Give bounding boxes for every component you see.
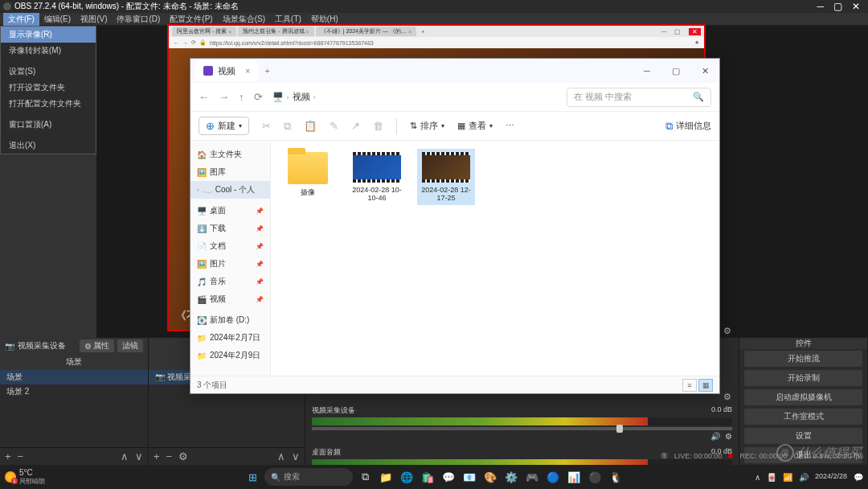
settings-button[interactable]: 设置 (744, 428, 862, 444)
properties-button[interactable]: ⚙属性 (80, 339, 114, 352)
add-source-button[interactable]: + (154, 450, 160, 462)
sort-button[interactable]: ⇅排序▾ (410, 120, 444, 132)
add-scene-button[interactable]: + (5, 450, 11, 462)
taskbar-app[interactable]: 🐧 (607, 468, 624, 486)
sidebar-item-folder[interactable]: 📁2024年2月7日 (190, 329, 270, 347)
dd-show-recordings[interactable]: 显示录像(R) (1, 27, 96, 43)
explorer-close-button[interactable]: ✕ (690, 59, 719, 83)
menu-profile[interactable]: 配置文件(P) (165, 13, 217, 26)
dd-settings[interactable]: 设置(S) (1, 64, 96, 80)
sidebar-item-documents[interactable]: 📄文档📌 (190, 237, 270, 255)
taskbar-clock[interactable]: 2024/2/28 (815, 473, 847, 481)
video-file-item[interactable]: 2024-02-28 10-10-46 (348, 149, 406, 205)
taskbar-search[interactable]: 🔍搜索 (264, 468, 353, 486)
speaker-icon[interactable]: 🔊 (710, 432, 720, 441)
scene-down-button[interactable]: ∨ (135, 450, 143, 462)
sidebar-item-videos[interactable]: 🎬视频📌 (190, 290, 270, 308)
back-button[interactable]: ← (199, 91, 209, 103)
forward-button[interactable]: → (219, 91, 229, 103)
gear-icon[interactable]: ⚙ (723, 392, 731, 402)
start-streaming-button[interactable]: 开始推流 (744, 351, 862, 367)
start-recording-button[interactable]: 开始录制 (744, 370, 862, 386)
explorer-content[interactable]: 摄像 2024-02-28 10-10-46 2024-02-28 12-17-… (271, 141, 719, 376)
taskbar-app-explorer[interactable]: 📁 (377, 468, 395, 486)
taskbar-app[interactable]: 📧 (461, 468, 478, 486)
explorer-titlebar[interactable]: 视频 × + ─ ▢ ✕ (190, 59, 719, 83)
sidebar-item-pictures[interactable]: 🖼️图片📌 (190, 255, 270, 273)
volume-slider[interactable] (312, 427, 732, 430)
notifications-button[interactable]: 💬 (854, 473, 863, 482)
maximize-button[interactable]: ▢ (833, 1, 842, 12)
explorer-minimize-button[interactable]: ─ (633, 59, 661, 83)
start-virtualcam-button[interactable]: 启动虚拟摄像机 (744, 389, 862, 405)
explorer-search-input[interactable]: 在 视频 中搜索 🔍 (567, 88, 711, 107)
close-button[interactable]: ✕ (852, 1, 860, 12)
taskbar-app[interactable]: 🎨 (481, 468, 499, 486)
system-tray[interactable]: ∧ 🀄 📶 🔊 2024/2/28 💬 (755, 473, 863, 482)
new-tab-button[interactable]: + (264, 66, 269, 76)
dd-remux[interactable]: 录像转封装(M) (1, 43, 96, 59)
copy-icon[interactable]: ⧉ (284, 120, 291, 133)
menu-view[interactable]: 视图(V) (76, 13, 112, 26)
details-pane-button[interactable]: ⧉详细信息 (665, 120, 711, 133)
tray-chevron-icon[interactable]: ∧ (755, 473, 760, 482)
sidebar-item-gallery[interactable]: 🖼️图库 (190, 163, 270, 181)
cut-icon[interactable]: ✂ (262, 120, 271, 132)
taskbar-app[interactable]: 📊 (565, 468, 583, 486)
gear-icon[interactable]: ⚙ (723, 326, 731, 336)
menu-dock[interactable]: 停靠窗口(D) (112, 13, 165, 26)
taskbar-app-obs[interactable]: ⚫ (586, 468, 604, 486)
taskbar-app-store[interactable]: 🛍️ (419, 468, 436, 486)
dd-open-profile-folder[interactable]: 打开配置文件文件夹 (1, 96, 96, 112)
up-button[interactable]: ↑ (239, 91, 244, 103)
menu-tools[interactable]: 工具(T) (270, 13, 306, 26)
explorer-tab[interactable]: 视频 × (195, 60, 258, 81)
paste-icon[interactable]: 📋 (304, 120, 317, 132)
minimize-button[interactable]: ─ (817, 1, 824, 12)
new-button[interactable]: ⊕新建▾ (199, 117, 249, 135)
tray-wifi-icon[interactable]: 📶 (783, 473, 792, 482)
source-up-button[interactable]: ∧ (277, 450, 285, 462)
task-view-button[interactable]: ⧉ (356, 468, 374, 486)
start-button[interactable]: ⊞ (244, 468, 261, 486)
sidebar-item-home[interactable]: 🏠主文件夹 (190, 146, 270, 163)
channel-settings-icon[interactable]: ⚙ (725, 432, 732, 441)
dd-open-settings-folder[interactable]: 打开设置文件夹 (1, 80, 96, 96)
delete-icon[interactable]: 🗑 (373, 120, 383, 132)
remove-source-button[interactable]: − (166, 450, 173, 462)
video-file-item[interactable]: 2024-02-28 12-17-25 (417, 149, 475, 205)
share-icon[interactable]: ↗ (351, 120, 360, 132)
dd-always-on-top[interactable]: 窗口置顶(A) (1, 117, 96, 133)
scene-up-button[interactable]: ∧ (121, 450, 129, 462)
taskbar-app[interactable]: 🔵 (544, 468, 562, 486)
tray-volume-icon[interactable]: 🔊 (799, 473, 809, 482)
view-grid-button[interactable]: ▦ (698, 379, 713, 392)
rename-icon[interactable]: ✎ (330, 120, 338, 132)
menu-scenecol[interactable]: 场景集合(S) (218, 13, 270, 26)
taskbar-app[interactable]: 💬 (440, 468, 457, 486)
tab-close-button[interactable]: × (245, 66, 250, 76)
sidebar-item-music[interactable]: 🎵音乐📌 (190, 273, 270, 290)
menu-edit[interactable]: 编辑(E) (39, 13, 76, 26)
remove-scene-button[interactable]: − (18, 450, 24, 462)
scene-item[interactable]: 场景 (0, 370, 148, 384)
taskbar-weather[interactable]: 1 5°C 局部晴朗 (5, 468, 45, 486)
refresh-button[interactable]: ⟳ (254, 91, 263, 103)
source-down-button[interactable]: ∨ (292, 450, 300, 462)
source-settings-button[interactable]: ⚙ (178, 450, 188, 462)
filters-button[interactable]: 滤镜 (117, 339, 143, 352)
tray-lang-icon[interactable]: 🀄 (767, 473, 776, 482)
menu-file[interactable]: 文件(F) (3, 13, 39, 26)
sidebar-item-onedrive[interactable]: ›☁️Cool - 个人 (190, 181, 270, 199)
taskbar-app-edge[interactable]: 🌐 (398, 468, 416, 486)
dd-exit[interactable]: 退出(X) (1, 138, 96, 154)
more-button[interactable]: ⋯ (506, 121, 514, 131)
breadcrumb[interactable]: 🖥️› 视频› (272, 91, 558, 103)
studio-mode-button[interactable]: 工作室模式 (744, 409, 862, 425)
view-list-button[interactable]: ≡ (682, 379, 697, 392)
taskbar-app[interactable]: ⚙️ (502, 468, 520, 486)
folder-item[interactable]: 摄像 (279, 149, 337, 201)
sidebar-item-desktop[interactable]: 🖥️桌面📌 (190, 202, 270, 220)
explorer-maximize-button[interactable]: ▢ (661, 59, 690, 83)
taskbar-app[interactable]: 🎮 (523, 468, 541, 486)
